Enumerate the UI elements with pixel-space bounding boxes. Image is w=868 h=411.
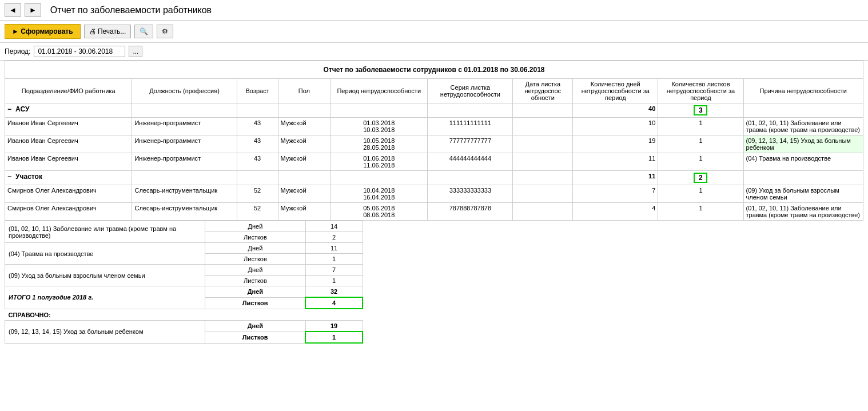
search-button[interactable]: 🔍 bbox=[134, 25, 153, 38]
cell-position: Инженер-программист bbox=[132, 135, 237, 153]
cell-age: 52 bbox=[237, 203, 278, 221]
cell-name: Смирнов Олег Александрович bbox=[5, 203, 132, 221]
summary-type2: Листков bbox=[205, 232, 305, 243]
itogo-sheets-val: 4 bbox=[305, 297, 363, 309]
header-date: Дата листка нетрудоспос обности bbox=[513, 79, 573, 103]
cell-series: 444444444444 bbox=[428, 153, 513, 171]
summary-val2: 1 bbox=[305, 276, 363, 286]
summary-row-days: (09) Уход за больным взрослым членом сем… bbox=[5, 265, 864, 276]
cell-sheets: 1 bbox=[658, 118, 743, 135]
cell-days: 11 bbox=[573, 153, 658, 171]
cell-name: Смирнов Олег Александрович bbox=[5, 185, 132, 203]
spravochno-reason: (09, 12, 13, 14, 15) Уход за больным реб… bbox=[5, 321, 205, 344]
group-col4 bbox=[278, 171, 331, 185]
spravochno-val2: 1 bbox=[305, 332, 363, 343]
cell-age: 43 bbox=[237, 135, 278, 153]
cell-name: Иванов Иван Сергеевич bbox=[5, 153, 132, 171]
print-button[interactable]: 🖨 Печать... bbox=[84, 25, 132, 38]
summary-type1: Дней bbox=[205, 221, 305, 232]
cell-gender: Мужской bbox=[278, 153, 331, 171]
period-value: 01.01.2018 - 30.06.2018 bbox=[34, 46, 125, 57]
cell-position: Слесарь-инструментальщик bbox=[132, 203, 237, 221]
group-col5 bbox=[331, 103, 428, 118]
itogo-sheets-type: Листков bbox=[205, 297, 305, 309]
summary-row-days: (04) Травма на производстве Дней 11 bbox=[5, 243, 864, 254]
cell-gender: Мужской bbox=[278, 118, 331, 135]
group-col10 bbox=[743, 171, 863, 185]
header-days-count: Количество дней нетрудоспособности за пе… bbox=[573, 79, 658, 103]
table-row: Иванов Иван Сергеевич Инженер-программис… bbox=[5, 153, 863, 171]
report-title: Отчет по заболеваемости сотрудников с 01… bbox=[5, 61, 863, 78]
group-col3 bbox=[237, 171, 278, 185]
cell-sheets: 1 bbox=[658, 185, 743, 203]
spravochno-type2: Листков bbox=[205, 332, 305, 343]
cell-days: 19 bbox=[573, 135, 658, 153]
header-age: Возраст bbox=[237, 79, 278, 103]
summary-table: (01, 02, 10, 11) Заболевание или травма … bbox=[5, 221, 863, 344]
itogo-days-val: 32 bbox=[305, 286, 363, 298]
spravochno-spacer bbox=[363, 321, 863, 344]
cell-period: 05.06.201808.06.2018 bbox=[331, 203, 428, 221]
report-table: Подразделение/ФИО работника Должность (п… bbox=[5, 78, 863, 221]
cell-reason: (04) Травма на производстве bbox=[743, 153, 863, 171]
cell-period: 10.05.201828.05.2018 bbox=[331, 135, 428, 153]
group-header-row: − АСУ 40 3 bbox=[5, 103, 863, 118]
group-toggle-icon[interactable]: − bbox=[7, 105, 11, 113]
summary-spacer bbox=[363, 243, 863, 265]
summary-reason: (01, 02, 10, 11) Заболевание или травма … bbox=[5, 221, 205, 243]
group-total-days: 40 bbox=[573, 103, 658, 118]
group-col7 bbox=[513, 103, 573, 118]
summary-type2: Листков bbox=[205, 254, 305, 265]
settings-button[interactable]: ⚙ bbox=[157, 25, 173, 38]
cell-date bbox=[513, 135, 573, 153]
header-gender: Пол bbox=[278, 79, 331, 103]
forward-button[interactable]: ► bbox=[25, 3, 41, 17]
cell-date bbox=[513, 118, 573, 135]
generate-button[interactable]: ► Сформировать bbox=[5, 24, 81, 39]
cell-days: 4 bbox=[573, 203, 658, 221]
header-reason: Причина нетрудоспособности bbox=[743, 79, 863, 103]
cell-position: Слесарь-инструментальщик bbox=[132, 185, 237, 203]
group-name: АСУ bbox=[15, 105, 29, 113]
group-col7 bbox=[513, 171, 573, 185]
itogo-spacer bbox=[363, 286, 863, 309]
cell-series: 111111111111 bbox=[428, 118, 513, 135]
group-col6 bbox=[428, 171, 513, 185]
cell-age: 43 bbox=[237, 153, 278, 171]
table-row: Смирнов Олег Александрович Слесарь-инстр… bbox=[5, 203, 863, 221]
back-button[interactable]: ◄ bbox=[5, 3, 21, 17]
period-bar: Период: 01.01.2018 - 30.06.2018 ... bbox=[0, 43, 868, 61]
group-toggle-icon[interactable]: − bbox=[7, 173, 11, 181]
group-col2 bbox=[132, 171, 237, 185]
cell-position: Инженер-программист bbox=[132, 153, 237, 171]
table-row: Иванов Иван Сергеевич Инженер-программис… bbox=[5, 135, 863, 153]
toolbar: ◄ ► Отчет по заболеваемости работников bbox=[0, 0, 868, 21]
cell-reason: (01, 02, 10, 11) Заболевание или травма … bbox=[743, 118, 863, 135]
group-total-sheets: 3 bbox=[658, 103, 743, 118]
spravochno-label: СПРАВОЧНО: bbox=[5, 309, 864, 321]
cell-period: 01.03.201810.03.2018 bbox=[331, 118, 428, 135]
summary-reason: (04) Травма на производстве bbox=[5, 243, 205, 265]
cell-series: 787888787878 bbox=[428, 203, 513, 221]
cell-position: Инженер-программист bbox=[132, 118, 237, 135]
group-col4 bbox=[278, 103, 331, 118]
summary-type2: Листков bbox=[205, 276, 305, 286]
cell-series: 333333333333 bbox=[428, 185, 513, 203]
header-position: Должность (профессия) bbox=[132, 79, 237, 103]
summary-type1: Дней bbox=[205, 265, 305, 276]
itogo-row-days: ИТОГО 1 полугодие 2018 г. Дней 32 bbox=[5, 286, 864, 298]
cell-days: 10 bbox=[573, 118, 658, 135]
group-col5 bbox=[331, 171, 428, 185]
period-label: Период: bbox=[5, 47, 30, 55]
cell-reason: (01, 02, 10, 11) Заболевание или травма … bbox=[743, 203, 863, 221]
cell-gender: Мужской bbox=[278, 135, 331, 153]
report-container: Отчет по заболеваемости сотрудников с 01… bbox=[0, 61, 868, 344]
spravochno-val1: 19 bbox=[305, 321, 363, 332]
cell-sheets: 1 bbox=[658, 135, 743, 153]
summary-val1: 11 bbox=[305, 243, 363, 254]
header-series: Серия листка нетрудоспособности bbox=[428, 79, 513, 103]
header-subdivision: Подразделение/ФИО работника bbox=[5, 79, 132, 103]
group-total-sheets: 2 bbox=[658, 171, 743, 185]
cell-gender: Мужской bbox=[278, 185, 331, 203]
period-picker-button[interactable]: ... bbox=[129, 46, 142, 57]
